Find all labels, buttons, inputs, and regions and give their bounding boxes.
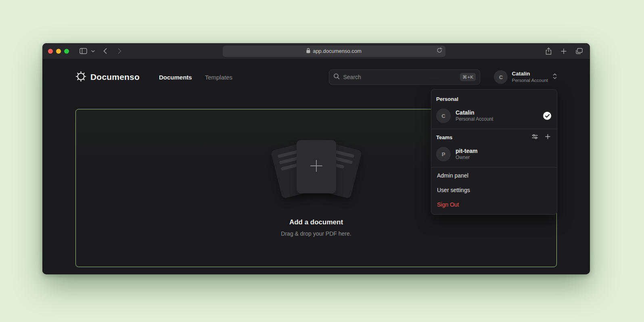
account-menu-trigger[interactable]: C Catalin Personal Account <box>494 70 557 84</box>
account-avatar: C <box>494 70 508 84</box>
add-document-plus-icon <box>309 159 323 174</box>
personal-account-name: Catalin <box>456 109 493 116</box>
share-icon[interactable] <box>543 46 554 56</box>
teams-section-label: Teams <box>431 130 557 144</box>
brand[interactable]: Documenso <box>75 71 140 84</box>
back-button-icon[interactable] <box>100 46 110 56</box>
personal-account-subtitle: Personal Account <box>456 116 493 123</box>
personal-account-meta: Catalin Personal Account <box>456 109 493 123</box>
zoom-window-button[interactable] <box>64 49 69 54</box>
sidebar-toggle-icon[interactable] <box>78 46 88 56</box>
stacked-documents-illustration <box>268 139 365 204</box>
brand-name: Documenso <box>90 72 140 82</box>
team-name: pit-team <box>456 147 477 155</box>
account-subtitle: Personal Account <box>512 77 548 83</box>
search-input[interactable] <box>343 74 457 80</box>
address-bar[interactable]: app.documenso.com <box>223 46 445 57</box>
menu-divider <box>431 167 557 167</box>
chrome-right-controls <box>543 46 584 56</box>
browser-chrome: app.documenso.com <box>42 43 590 59</box>
nav-documents[interactable]: Documents <box>159 74 192 81</box>
search-shortcut-badge: ⌘+K <box>460 73 476 81</box>
team-item[interactable]: P pit-team Owner <box>431 144 557 166</box>
tab-overview-icon[interactable] <box>574 46 584 56</box>
close-window-button[interactable] <box>48 49 53 54</box>
dropzone-title: Add a document <box>289 218 343 226</box>
add-team-plus-icon[interactable] <box>545 134 550 140</box>
account-dropdown-menu: Personal C Catalin Personal Account Team… <box>431 89 557 215</box>
teams-section-text: Teams <box>436 134 452 140</box>
personal-section-label: Personal <box>431 92 557 105</box>
forward-button-icon[interactable] <box>114 46 125 56</box>
team-meta: pit-team Owner <box>456 147 477 161</box>
sidebar-dropdown-chevron-icon[interactable] <box>90 46 96 56</box>
document-card-center <box>297 140 336 193</box>
account-name: Catalin <box>512 71 548 77</box>
manage-teams-icon[interactable] <box>532 134 538 140</box>
team-role: Owner <box>456 155 477 161</box>
browser-window: app.documenso.com <box>42 43 590 274</box>
personal-account-item[interactable]: C Catalin Personal Account <box>431 105 557 128</box>
documenso-app-page: Documenso Documents Templates ⌘+K C <box>42 59 590 274</box>
menu-divider <box>431 129 557 129</box>
minimize-window-button[interactable] <box>56 49 61 54</box>
selected-check-icon <box>543 112 551 120</box>
chevron-up-down-icon <box>553 73 557 81</box>
lock-icon <box>306 48 310 54</box>
team-avatar: P <box>436 147 451 161</box>
url-text: app.documenso.com <box>313 48 362 54</box>
menu-item-sign-out[interactable]: Sign Out <box>431 197 557 212</box>
dropzone-subtitle: Drag & drop your PDF here. <box>281 230 351 237</box>
nav-templates[interactable]: Templates <box>205 74 232 81</box>
reload-icon[interactable] <box>437 47 442 54</box>
menu-item-user-settings[interactable]: User settings <box>431 183 557 197</box>
search-icon <box>333 73 340 81</box>
account-meta: Catalin Personal Account <box>512 71 548 83</box>
search-bar[interactable]: ⌘+K <box>329 69 480 85</box>
menu-item-admin-panel[interactable]: Admin panel <box>431 168 557 183</box>
new-tab-plus-icon[interactable] <box>558 46 569 56</box>
main-nav: Documents Templates <box>159 74 232 81</box>
traffic-lights <box>48 49 69 54</box>
personal-account-avatar: C <box>436 109 451 123</box>
documenso-logo-icon <box>75 71 86 84</box>
teams-section-icons <box>532 134 550 140</box>
